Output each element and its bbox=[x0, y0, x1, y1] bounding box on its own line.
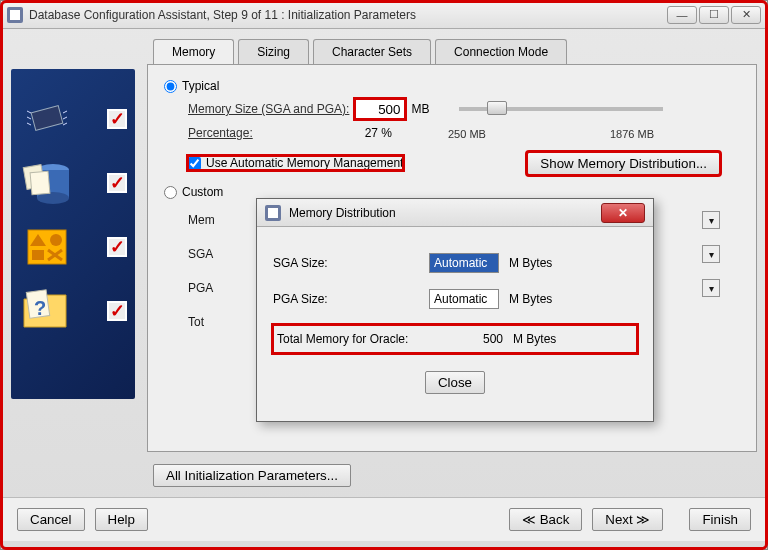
svg-line-1 bbox=[27, 111, 31, 113]
step-checkmark-icon: ✓ bbox=[107, 109, 127, 129]
sga-size-label: SGA Size: bbox=[273, 256, 429, 270]
percentage-value: 27 % bbox=[342, 126, 392, 140]
memory-slider[interactable] bbox=[459, 107, 663, 111]
svg-rect-0 bbox=[31, 106, 63, 131]
window-title: Database Configuration Assistant, Step 9… bbox=[29, 8, 661, 22]
step-checkmark-icon: ✓ bbox=[107, 301, 127, 321]
custom-radio[interactable] bbox=[164, 186, 177, 199]
memory-size-input[interactable] bbox=[355, 99, 405, 119]
chevron-down-icon[interactable]: ▾ bbox=[702, 211, 720, 229]
custom-label: Custom bbox=[182, 185, 223, 199]
memory-size-unit: MB bbox=[411, 102, 429, 116]
minimize-button[interactable]: — bbox=[667, 6, 697, 24]
svg-line-4 bbox=[63, 111, 67, 113]
dialog-close-btn[interactable]: Close bbox=[425, 371, 485, 394]
sga-size-unit: M Bytes bbox=[509, 256, 552, 270]
cancel-button[interactable]: Cancel bbox=[17, 508, 85, 531]
typical-radio[interactable] bbox=[164, 80, 177, 93]
pga-size-unit: M Bytes bbox=[509, 292, 552, 306]
chevron-down-icon[interactable]: ▾ bbox=[702, 279, 720, 297]
maximize-button[interactable]: ☐ bbox=[699, 6, 729, 24]
shapes-icon bbox=[19, 223, 75, 271]
finish-button[interactable]: Finish bbox=[689, 508, 751, 531]
custom-sga-label: SGA bbox=[188, 247, 218, 261]
custom-mem-label: Mem bbox=[188, 213, 218, 227]
svg-point-14 bbox=[50, 234, 62, 246]
chevron-down-icon[interactable]: ▾ bbox=[702, 245, 720, 263]
memory-size-label[interactable]: Memory Size (SGA and PGA): bbox=[188, 102, 349, 116]
svg-rect-15 bbox=[32, 250, 44, 260]
total-memory-label: Total Memory for Oracle: bbox=[277, 332, 457, 346]
svg-line-5 bbox=[63, 117, 67, 119]
percentage-label[interactable]: Percentage: bbox=[188, 126, 336, 140]
svg-line-6 bbox=[63, 123, 67, 125]
back-button[interactable]: ≪ Back bbox=[509, 508, 582, 531]
wizard-footer: Cancel Help ≪ Back Next ≫ Finish bbox=[1, 497, 767, 541]
chip-icon bbox=[19, 95, 75, 143]
total-memory-value: 500 bbox=[457, 332, 503, 346]
svg-line-3 bbox=[27, 123, 31, 125]
tab-memory[interactable]: Memory bbox=[153, 39, 234, 64]
step-checkmark-icon: ✓ bbox=[107, 173, 127, 193]
wizard-sidebar: ✓ ✓ ✓ ? ✓ bbox=[11, 69, 135, 399]
svg-text:?: ? bbox=[34, 297, 46, 319]
svg-rect-11 bbox=[30, 171, 50, 194]
memory-distribution-dialog: Memory Distribution ✕ SGA Size: Automati… bbox=[256, 198, 654, 422]
dialog-close-button[interactable]: ✕ bbox=[601, 203, 645, 223]
step-checkmark-icon: ✓ bbox=[107, 237, 127, 257]
titlebar: Database Configuration Assistant, Step 9… bbox=[1, 1, 767, 29]
help-folder-icon: ? bbox=[19, 287, 75, 335]
all-init-params-button[interactable]: All Initialization Parameters... bbox=[153, 464, 351, 487]
close-button[interactable]: ✕ bbox=[731, 6, 761, 24]
pga-size-label: PGA Size: bbox=[273, 292, 429, 306]
custom-pga-label: PGA bbox=[188, 281, 218, 295]
svg-line-2 bbox=[27, 117, 31, 119]
tab-sizing[interactable]: Sizing bbox=[238, 39, 309, 64]
dialog-title: Memory Distribution bbox=[289, 206, 396, 220]
auto-memory-label: Use Automatic Memory Management bbox=[206, 156, 403, 170]
slider-max-label: 1876 MB bbox=[610, 128, 654, 140]
tab-connection-mode[interactable]: Connection Mode bbox=[435, 39, 567, 64]
auto-memory-checkbox[interactable] bbox=[188, 157, 201, 170]
pga-size-value[interactable]: Automatic bbox=[429, 289, 499, 309]
tab-character-sets[interactable]: Character Sets bbox=[313, 39, 431, 64]
app-icon bbox=[265, 205, 281, 221]
slider-min-label: 250 MB bbox=[448, 128, 486, 140]
total-memory-unit: M Bytes bbox=[513, 332, 556, 346]
app-icon bbox=[7, 7, 23, 23]
database-files-icon bbox=[19, 159, 75, 207]
sga-size-value[interactable]: Automatic bbox=[429, 253, 499, 273]
show-memory-dist-button[interactable]: Show Memory Distribution... bbox=[527, 152, 720, 175]
next-button[interactable]: Next ≫ bbox=[592, 508, 663, 531]
typical-label: Typical bbox=[182, 79, 219, 93]
custom-tot-label: Tot bbox=[188, 315, 218, 329]
help-button[interactable]: Help bbox=[95, 508, 148, 531]
slider-thumb[interactable] bbox=[487, 101, 507, 115]
